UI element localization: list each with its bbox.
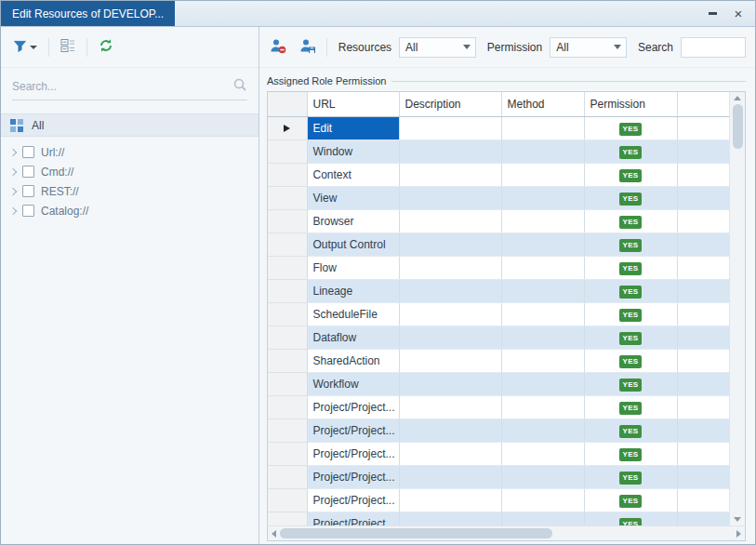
cell-description[interactable] bbox=[399, 186, 501, 209]
cell-method[interactable] bbox=[501, 395, 584, 419]
table-row[interactable]: LineageYES bbox=[268, 279, 729, 302]
cell-method[interactable] bbox=[501, 465, 584, 488]
cell-method[interactable] bbox=[501, 116, 584, 140]
cell-url[interactable]: View bbox=[307, 186, 399, 209]
cell-url[interactable]: Project/Project... bbox=[307, 465, 399, 488]
cell-url[interactable]: Project/Project... bbox=[307, 419, 399, 442]
table-row[interactable]: Project/Project...YES bbox=[268, 512, 729, 525]
column-header-url[interactable]: URL bbox=[307, 92, 399, 116]
cell-permission[interactable]: YES bbox=[584, 279, 677, 302]
cell-description[interactable] bbox=[399, 233, 501, 256]
checkbox[interactable] bbox=[22, 185, 34, 197]
column-header-method[interactable]: Method bbox=[501, 92, 584, 116]
table-row[interactable]: Project/Project...YES bbox=[268, 488, 729, 512]
chevron-right-icon[interactable] bbox=[9, 187, 17, 194]
cell-permission[interactable]: YES bbox=[584, 326, 677, 349]
scroll-down-arrow-icon[interactable] bbox=[734, 517, 741, 522]
cell-permission[interactable]: YES bbox=[584, 372, 677, 395]
permission-dropdown[interactable]: All bbox=[550, 37, 627, 58]
cell-description[interactable] bbox=[399, 140, 501, 163]
chevron-right-icon[interactable] bbox=[9, 206, 17, 214]
checkbox[interactable] bbox=[22, 146, 34, 158]
cell-permission[interactable]: YES bbox=[584, 395, 677, 419]
cell-url[interactable]: Project/Project... bbox=[307, 488, 399, 512]
cell-description[interactable] bbox=[399, 465, 501, 488]
cell-method[interactable] bbox=[501, 488, 584, 512]
cell-method[interactable] bbox=[501, 442, 584, 465]
cell-permission[interactable]: YES bbox=[584, 233, 677, 256]
cell-method[interactable] bbox=[501, 372, 584, 395]
table-row[interactable]: FlowYES bbox=[268, 256, 729, 279]
vertical-scrollbar-thumb[interactable] bbox=[733, 104, 743, 149]
table-row[interactable]: SharedActionYES bbox=[268, 349, 729, 372]
cell-permission[interactable]: YES bbox=[584, 488, 677, 512]
cell-url[interactable]: Edit bbox=[307, 116, 399, 140]
tree-item-url[interactable]: Url:// bbox=[1, 142, 259, 162]
cell-permission[interactable]: YES bbox=[584, 116, 677, 140]
cell-description[interactable] bbox=[399, 512, 501, 525]
table-row[interactable]: Project/Project...YES bbox=[268, 465, 729, 488]
cell-method[interactable] bbox=[501, 512, 584, 525]
table-row[interactable]: ScheduleFileYES bbox=[268, 302, 729, 326]
cell-url[interactable]: SharedAction bbox=[307, 349, 399, 372]
cell-url[interactable]: Context bbox=[307, 163, 399, 186]
table-row[interactable]: WindowYES bbox=[268, 140, 729, 163]
cell-description[interactable] bbox=[399, 163, 501, 186]
chevron-right-icon[interactable] bbox=[9, 148, 17, 155]
column-header-permission[interactable]: Permission bbox=[584, 92, 677, 116]
cell-description[interactable] bbox=[399, 326, 501, 349]
chevron-right-icon[interactable] bbox=[9, 167, 17, 175]
cell-description[interactable] bbox=[399, 116, 501, 140]
cell-method[interactable] bbox=[501, 279, 584, 302]
cell-url[interactable]: Project/Project... bbox=[307, 395, 399, 419]
table-row[interactable]: ViewYES bbox=[268, 186, 729, 209]
cell-permission[interactable]: YES bbox=[584, 163, 677, 186]
cell-url[interactable]: Workflow bbox=[307, 372, 399, 395]
cell-url[interactable]: Lineage bbox=[307, 279, 399, 302]
cell-url[interactable]: Browser bbox=[307, 209, 399, 233]
tree-item-catalog[interactable]: Catalog:// bbox=[1, 201, 259, 220]
cell-url[interactable]: Dataflow bbox=[307, 326, 399, 349]
cell-url[interactable]: Flow bbox=[307, 256, 399, 279]
table-row[interactable]: Project/Project...YES bbox=[268, 419, 729, 442]
cell-permission[interactable]: YES bbox=[584, 186, 677, 209]
table-row[interactable]: Project/Project...YES bbox=[268, 395, 729, 419]
cell-permission[interactable]: YES bbox=[584, 302, 677, 326]
cell-description[interactable] bbox=[399, 395, 501, 419]
vertical-scrollbar[interactable] bbox=[729, 92, 745, 525]
tree-item-rest[interactable]: REST:// bbox=[1, 181, 259, 201]
cell-permission[interactable]: YES bbox=[584, 465, 677, 488]
cell-description[interactable] bbox=[399, 302, 501, 326]
cell-url[interactable]: Project/Project... bbox=[307, 442, 399, 465]
cell-permission[interactable]: YES bbox=[584, 140, 677, 163]
table-row[interactable]: DataflowYES bbox=[268, 326, 729, 349]
cell-permission[interactable]: YES bbox=[584, 256, 677, 279]
scroll-up-arrow-icon[interactable] bbox=[734, 96, 741, 100]
table-row[interactable]: Project/Project...YES bbox=[268, 442, 729, 465]
checkbox[interactable] bbox=[22, 166, 34, 178]
cell-method[interactable] bbox=[501, 163, 584, 186]
cell-description[interactable] bbox=[399, 349, 501, 372]
cell-method[interactable] bbox=[501, 256, 584, 279]
cell-description[interactable] bbox=[399, 279, 501, 302]
cell-permission[interactable]: YES bbox=[584, 209, 677, 233]
cell-url[interactable]: ScheduleFile bbox=[307, 302, 399, 326]
cell-method[interactable] bbox=[501, 140, 584, 163]
permission-search-input[interactable] bbox=[681, 37, 746, 58]
cell-method[interactable] bbox=[501, 326, 584, 349]
tree-search-input[interactable] bbox=[12, 80, 227, 93]
minimize-icon[interactable] bbox=[705, 7, 720, 21]
scroll-left-arrow-icon[interactable] bbox=[272, 530, 276, 538]
cell-permission[interactable]: YES bbox=[584, 349, 677, 372]
refresh-button[interactable] bbox=[96, 35, 116, 59]
cell-description[interactable] bbox=[399, 256, 501, 279]
scroll-right-arrow-icon[interactable] bbox=[736, 530, 741, 538]
cell-permission[interactable]: YES bbox=[584, 512, 677, 525]
cell-url[interactable]: Window bbox=[307, 140, 399, 163]
close-icon[interactable]: × bbox=[731, 7, 746, 21]
tree-root-all[interactable]: All bbox=[1, 113, 259, 137]
cell-url[interactable]: Output Control bbox=[307, 233, 399, 256]
cell-method[interactable] bbox=[501, 419, 584, 442]
horizontal-scrollbar-thumb[interactable] bbox=[280, 528, 552, 538]
cell-description[interactable] bbox=[399, 209, 501, 233]
